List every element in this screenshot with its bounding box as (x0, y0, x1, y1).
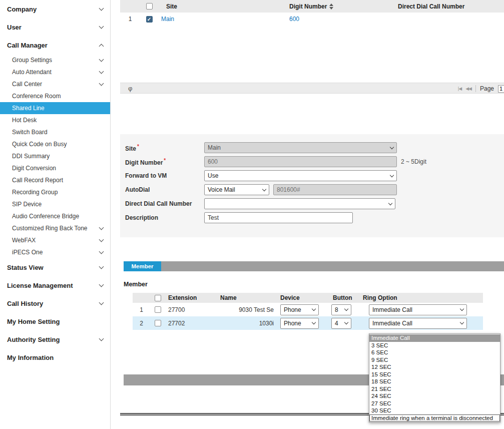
dropdown-option[interactable]: 6 SEC (369, 349, 500, 356)
sidebar-item-company[interactable]: Company (0, 0, 110, 18)
digit-number-link[interactable]: 600 (280, 16, 390, 23)
sort-icon[interactable] (329, 4, 333, 10)
device-select[interactable]: Phone (280, 318, 319, 329)
chevron-down-icon (390, 145, 394, 149)
member-row-checkbox[interactable] (155, 306, 161, 313)
shared-line-list-table: Site Digit Number Direct Dial Call Numbe… (120, 0, 504, 26)
form-row-digit-number: Digit Number* 2 ~ 5Digit (125, 155, 504, 169)
sidebar-item-auto-attendant[interactable]: Auto Attendant (0, 66, 110, 78)
member-row: 1 27700 9030 Test Se Phone 8 Immediate C… (133, 303, 483, 316)
pagination: |◀ ◀◀ Page (458, 83, 504, 94)
dropdown-option[interactable]: 9 SEC (369, 356, 500, 364)
member-row: 2 27702 1030i Phone 4 Immediate Call (133, 316, 483, 330)
chevron-down-icon (99, 300, 104, 305)
dropdown-option[interactable]: 15 SEC (369, 371, 500, 378)
extension-value: 27700 (165, 306, 215, 313)
direct-dial-select[interactable] (204, 198, 395, 209)
sidebar-item-call-history[interactable]: Call History (0, 294, 110, 312)
button-select[interactable]: 4 (331, 318, 351, 329)
member-select-all-checkbox[interactable] (155, 295, 161, 301)
sidebar-item-ddi-summary[interactable]: DDI Summary (0, 150, 110, 162)
form-row-direct-dial: Direct Dial Call Number (125, 197, 504, 211)
first-page-icon[interactable]: |◀ (458, 86, 461, 91)
member-row-checkbox[interactable] (155, 320, 161, 326)
sidebar-item-switch-board[interactable]: Switch Board (0, 126, 110, 138)
sidebar-item-my-information[interactable]: My Information (0, 348, 110, 366)
chevron-down-icon (99, 225, 104, 230)
chevron-down-icon (99, 336, 104, 341)
name-value: 1030i (215, 320, 278, 327)
chevron-down-icon (344, 307, 348, 311)
dropdown-option[interactable]: 21 SEC (369, 385, 500, 393)
description-input[interactable] (204, 212, 353, 223)
sidebar-item-webfax[interactable]: WebFAX (0, 234, 110, 246)
select-all-checkbox[interactable] (146, 3, 153, 10)
refresh-icon[interactable]: φ (128, 85, 132, 92)
chevron-down-icon (99, 57, 104, 62)
forward-to-vm-select[interactable]: Use (204, 170, 397, 181)
description-label: Description (125, 214, 204, 221)
dropdown-option[interactable]: Immediate ring when a terminal is discon… (369, 414, 500, 422)
sidebar-item-digit-conversion[interactable]: Digit Conversion (0, 162, 110, 174)
digit-number-hint: 2 ~ 5Digit (401, 158, 426, 165)
sidebar-item-quick-code-on-busy[interactable]: Quick Code on Busy (0, 138, 110, 150)
sidebar-item-user[interactable]: User (0, 18, 110, 36)
column-header-extension: Extension (165, 294, 215, 301)
ring-option-select[interactable]: Immediate Call (369, 304, 467, 315)
extension-value: 27702 (165, 320, 215, 327)
device-select[interactable]: Phone (280, 304, 319, 315)
ring-option-dropdown: Immediate Call 3 SEC 6 SEC 9 SEC 12 SEC … (369, 333, 500, 422)
chevron-down-icon (262, 187, 266, 191)
member-table: Extension Name Device Button Ring Option… (133, 293, 483, 330)
chevron-down-icon (99, 282, 104, 287)
page-label: Page (480, 85, 494, 92)
dropdown-option[interactable]: 18 SEC (369, 378, 500, 385)
button-select[interactable]: 8 (331, 304, 351, 315)
name-value: 9030 Test Se (215, 306, 278, 313)
page-input[interactable] (498, 85, 504, 93)
digit-number-label: Digit Number (125, 159, 163, 166)
sidebar-item-license-management[interactable]: License Management (0, 276, 110, 294)
column-header-digit-number: Digit Number (280, 3, 390, 10)
sidebar-item-call-record-report[interactable]: Call Record Report (0, 174, 110, 186)
sidebar-item-audio-conference-bridge[interactable]: Audio Conference Bridge (0, 210, 110, 222)
sidebar-item-shared-line[interactable]: Shared Line (0, 102, 110, 114)
sidebar-item-customized-ring-back-tone[interactable]: Customized Ring Back Tone (0, 222, 110, 234)
dropdown-option[interactable]: 24 SEC (369, 392, 500, 400)
prev-page-icon[interactable]: ◀◀ (465, 86, 471, 91)
sidebar-item-recording-group[interactable]: Recording Group (0, 186, 110, 198)
dropdown-option[interactable]: 3 SEC (369, 342, 500, 349)
autodial-label: AutoDial (125, 186, 204, 193)
sidebar-item-call-center[interactable]: Call Center (0, 78, 110, 90)
autodial-number-input (273, 184, 397, 195)
chevron-down-icon (99, 237, 104, 242)
sidebar-item-my-home-setting[interactable]: My Home Setting (0, 312, 110, 330)
chevron-down-icon (99, 264, 104, 269)
sidebar-item-call-manager[interactable]: Call Manager (0, 36, 110, 54)
row-index: 1 (133, 306, 150, 313)
sidebar-item-group-settings[interactable]: Group Settings (0, 54, 110, 66)
table-row: 1 Main 600 (120, 13, 504, 26)
site-link[interactable]: Main (158, 16, 280, 23)
sidebar-item-conference-room[interactable]: Conference Room (0, 90, 110, 102)
ring-option-select[interactable]: Immediate Call (369, 318, 467, 329)
dropdown-option[interactable]: 12 SEC (369, 363, 500, 371)
chevron-down-icon (460, 307, 464, 311)
autodial-mode-select[interactable]: Voice Mail (204, 184, 269, 195)
digit-number-input (204, 156, 397, 167)
sidebar-item-hot-desk[interactable]: Hot Desk (0, 114, 110, 126)
dropdown-option[interactable]: Immediate Call (369, 334, 500, 342)
dropdown-option[interactable]: 30 SEC (369, 407, 500, 414)
column-header-button: Button (325, 294, 358, 301)
table-header-row: Site Digit Number Direct Dial Call Numbe… (120, 0, 504, 13)
column-header-name: Name (215, 294, 278, 301)
sidebar-item-status-view[interactable]: Status View (0, 258, 110, 276)
row-checkbox[interactable] (146, 16, 153, 23)
dropdown-option[interactable]: 27 SEC (369, 400, 500, 407)
chevron-down-icon (99, 6, 104, 11)
sidebar-item-authority-setting[interactable]: Authority Setting (0, 330, 110, 348)
sidebar-item-ipecs-one[interactable]: iPECS One (0, 246, 110, 258)
form-row-forward-to-vm: Forward to VM Use (125, 169, 504, 183)
tab-member[interactable]: Member (124, 261, 161, 271)
sidebar-item-sip-device[interactable]: SIP Device (0, 198, 110, 210)
